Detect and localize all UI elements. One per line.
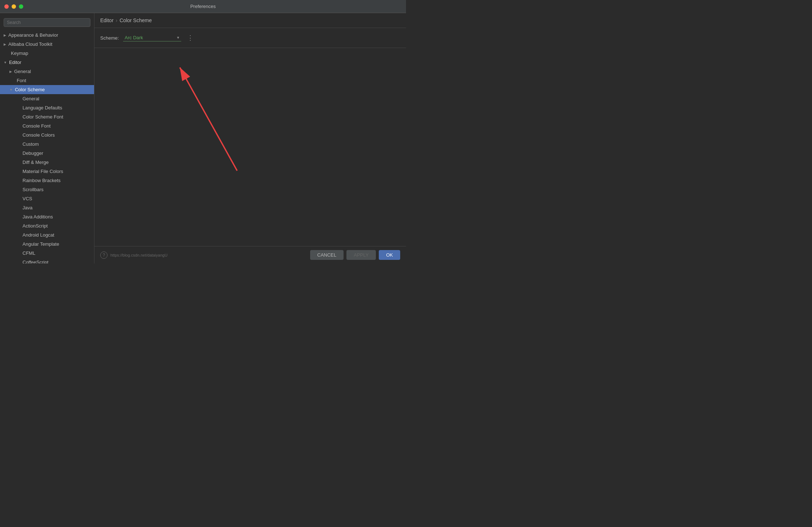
scheme-caret-icon: ▼ (176, 36, 180, 40)
sidebar-item-cs-coffeescript[interactable]: CoffeeScript (0, 258, 94, 264)
cancel-button[interactable]: CANCEL (310, 250, 344, 260)
sidebar-item-label: Java Additions (23, 214, 53, 220)
sidebar-item-label: Angular Template (23, 241, 59, 247)
svg-line-1 (180, 68, 237, 171)
breadcrumb-current: Color Scheme (119, 17, 152, 23)
sidebar-item-cs-color-scheme-font[interactable]: Color Scheme Font (0, 112, 94, 121)
main-content-area (94, 49, 406, 246)
sidebar-item-label: CFML (23, 250, 35, 256)
sidebar: ▶Appearance & Behavior▶Alibaba Cloud Too… (0, 13, 94, 264)
sidebar-item-label: Color Scheme (15, 87, 45, 92)
content-divider (94, 48, 406, 48)
annotation-arrow (94, 49, 406, 246)
apply-button[interactable]: APPLY (346, 250, 376, 260)
sidebar-item-cs-cfml[interactable]: CFML (0, 249, 94, 258)
sidebar-item-cs-debugger[interactable]: Debugger (0, 149, 94, 158)
sidebar-item-cs-custom[interactable]: Custom (0, 140, 94, 149)
sidebar-item-label: Font (17, 78, 26, 83)
sidebar-item-cs-material-file-colors[interactable]: Material File Colors (0, 167, 94, 176)
scheme-value: Arc Dark (125, 35, 174, 40)
sidebar-item-color-scheme[interactable]: ▼Color Scheme (0, 85, 94, 94)
sidebar-item-label: CoffeeScript (23, 260, 48, 264)
scheme-label: Scheme: (100, 35, 119, 41)
sidebar-item-label: General (14, 69, 31, 74)
help-icon: ? (103, 253, 105, 258)
sidebar-item-label: VCS (23, 196, 32, 201)
sidebar-item-label: General (23, 96, 39, 101)
breadcrumb: Editor › Color Scheme (94, 13, 406, 28)
scheme-row: Scheme: Arc Dark ▼ ⋮ (94, 28, 406, 48)
sidebar-item-font[interactable]: Font (0, 76, 94, 85)
sidebar-item-cs-android-logcat[interactable]: Android Logcat (0, 230, 94, 240)
expand-arrow-icon: ▶ (4, 43, 6, 46)
scheme-menu-button[interactable]: ⋮ (186, 34, 195, 42)
sidebar-item-cs-general[interactable]: General (0, 94, 94, 103)
sidebar-item-label: Android Logcat (23, 232, 54, 238)
expand-arrow-icon: ▶ (9, 70, 12, 73)
sidebar-item-cs-diff-merge[interactable]: Diff & Merge (0, 158, 94, 167)
footer-url: https://blog.csdn.net/dataiyangU (110, 253, 307, 257)
footer: ? https://blog.csdn.net/dataiyangU CANCE… (94, 246, 406, 264)
search-container (0, 16, 94, 29)
sidebar-item-appearance[interactable]: ▶Appearance & Behavior (0, 31, 94, 40)
help-button[interactable]: ? (100, 252, 107, 259)
sidebar-item-cs-console-font[interactable]: Console Font (0, 121, 94, 130)
sidebar-item-label: Alibaba Cloud Toolkit (8, 41, 52, 47)
breadcrumb-parent: Editor (100, 17, 114, 23)
sidebar-item-label: Color Scheme Font (23, 114, 63, 120)
sidebar-item-label: Rainbow Brackets (23, 178, 61, 183)
sidebar-item-alibaba[interactable]: ▶Alibaba Cloud Toolkit (0, 40, 94, 49)
sidebar-item-cs-java[interactable]: Java (0, 203, 94, 212)
sidebar-item-label: Editor (9, 60, 21, 65)
sidebar-item-cs-console-colors[interactable]: Console Colors (0, 130, 94, 140)
sidebar-item-keymap[interactable]: Keymap (0, 49, 94, 58)
sidebar-nav: ▶Appearance & Behavior▶Alibaba Cloud Too… (0, 31, 94, 264)
titlebar: Preferences (0, 0, 406, 13)
window-title: Preferences (190, 4, 216, 9)
expand-arrow-icon: ▼ (4, 61, 7, 64)
content-area: Editor › Color Scheme Scheme: Arc Dark ▼… (94, 13, 406, 264)
breadcrumb-separator: › (116, 17, 118, 23)
sidebar-item-cs-java-additions[interactable]: Java Additions (0, 212, 94, 221)
sidebar-item-label: Material File Colors (23, 169, 63, 174)
sidebar-item-label: Custom (23, 141, 39, 147)
maximize-button[interactable] (19, 4, 23, 9)
expand-arrow-icon: ▼ (9, 88, 13, 92)
sidebar-item-label: Scrollbars (23, 187, 44, 192)
sidebar-item-label: Appearance & Behavior (8, 32, 58, 38)
close-button[interactable] (4, 4, 9, 9)
sidebar-item-cs-actionscript[interactable]: ActionScript (0, 221, 94, 230)
window-controls (4, 4, 23, 9)
sidebar-item-label: ActionScript (23, 223, 48, 229)
expand-arrow-icon: ▶ (4, 33, 6, 37)
ok-button[interactable]: OK (379, 250, 400, 260)
sidebar-item-label: Debugger (23, 150, 43, 156)
sidebar-item-cs-angular-template[interactable]: Angular Template (0, 240, 94, 249)
sidebar-item-cs-vcs[interactable]: VCS (0, 194, 94, 203)
sidebar-item-label: Java (23, 205, 32, 210)
sidebar-item-label: Console Font (23, 123, 50, 129)
sidebar-item-label: Diff & Merge (23, 160, 49, 165)
sidebar-item-cs-scrollbars[interactable]: Scrollbars (0, 185, 94, 194)
scheme-dropdown[interactable]: Arc Dark ▼ (123, 34, 181, 41)
minimize-button[interactable] (12, 4, 16, 9)
sidebar-item-cs-language-defaults[interactable]: Language Defaults (0, 103, 94, 112)
sidebar-item-editor[interactable]: ▼Editor (0, 58, 94, 67)
sidebar-item-general[interactable]: ▶General (0, 67, 94, 76)
sidebar-item-label: Console Colors (23, 132, 55, 138)
sidebar-item-label: Language Defaults (23, 105, 62, 110)
sidebar-item-cs-rainbow-brackets[interactable]: Rainbow Brackets (0, 176, 94, 185)
search-input[interactable] (4, 18, 90, 27)
sidebar-item-label: Keymap (11, 51, 28, 56)
